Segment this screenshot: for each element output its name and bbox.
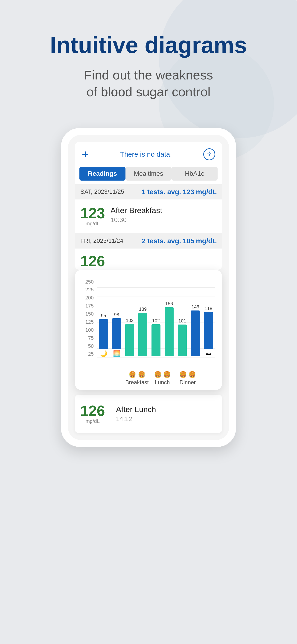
bar-group-4: 102 [152,318,160,357]
y-label-25: 25 [82,351,96,357]
phone-screen: + There is no data. Readings [68,135,229,440]
bar-value-label-2: 103 [126,318,134,323]
add-button[interactable]: + [82,148,89,160]
phone-outer: + There is no data. Readings [61,128,236,447]
bottom-reading[interactable]: 126 mg/dL After Lunch 14:12 [75,395,222,433]
partial-reading: 126 [75,248,222,270]
reading-value-1: 123 [80,206,105,221]
bar-group-1: 98🌅 [112,312,121,357]
bar-value-label-6: 101 [178,318,186,324]
x-label-night [99,371,112,386]
y-label-250: 250 [82,279,96,285]
reading-info-time-1: 10:30 [110,216,162,224]
bar-0 [99,319,108,349]
x-label-breakfast: 🍔 🍔 Breakfast [124,371,150,386]
x-labels: 🍔 🍔 Breakfast 🍔 🍔 Lunch [97,371,215,386]
bar-5 [164,307,174,356]
bar-group-7: 146 [191,304,200,357]
bar-group-2: 103 [125,318,134,357]
y-label-175: 175 [82,303,96,309]
lunch-label: Lunch [155,379,170,386]
bar-value-label-3: 139 [139,306,147,312]
breakfast-label: Breakfast [125,379,148,386]
partial-value: 126 [80,253,105,270]
accessibility-icon[interactable] [203,148,215,160]
bar-group-3: 139 [138,306,147,357]
bar-value-label-8: 118 [205,306,212,311]
tabs-container: Readings Mealtimes HbA1c [75,167,222,184]
reading-info-1: After Breakfast 10:30 [110,206,162,224]
bottom-reading-value: 126 [80,404,105,418]
y-label-50: 50 [82,343,96,349]
bottom-reading-time: 14:12 [116,415,156,423]
top-bar: + There is no data. [75,142,222,167]
bottom-reading-label: After Lunch [116,405,156,414]
y-label-225: 225 [82,287,96,293]
svg-point-0 [209,152,210,153]
bar-icon-1: 🌅 [113,350,120,357]
dinner-label: Dinner [180,379,196,386]
date-label-1: SAT, 2023/11/25 [80,188,124,195]
bar-1 [112,318,121,349]
chart-area: 250 225 200 175 150 125 100 75 50 25 [82,279,215,366]
phone-mockup: + There is no data. Readings [0,128,297,447]
bar-group-0: 95🌙 [99,313,108,357]
reading-value-box-1: 123 mg/dL [80,206,105,227]
y-label-125: 125 [82,319,96,325]
date-label-2: FRI, 2023/11/24 [80,237,123,244]
x-label-bed [200,371,213,386]
reading-entry-1[interactable]: 123 mg/dL After Breakfast 10:30 [75,200,222,233]
bar-value-label-1: 98 [114,312,119,318]
bar-value-label-7: 146 [192,304,199,310]
app-content: + There is no data. Readings [75,142,222,270]
tab-readings[interactable]: Readings [80,167,126,180]
bar-icon-8: 🛏 [206,350,212,357]
tab-mealtimes[interactable]: Mealtimes [126,167,172,180]
no-data-text: There is no data. [120,150,172,158]
y-label-75: 75 [82,335,96,341]
bar-3 [138,313,147,356]
reading-info-title-1: After Breakfast [110,206,162,215]
y-label-200: 200 [82,295,96,301]
bar-value-label-5: 156 [165,301,173,306]
date-row-2: FRI, 2023/11/24 2 tests. avg. 105 mg/dL [75,233,222,248]
y-axis: 250 225 200 175 150 125 100 75 50 25 [82,279,96,357]
bar-value-label-4: 102 [152,318,160,324]
date-row-1: SAT, 2023/11/25 1 tests. avg. 123 mg/dL [75,184,222,200]
date-stat-2: 2 tests. avg. 105 mg/dL [142,237,217,245]
bar-2 [125,324,134,356]
hero-subtitle: Find out the weakness of blood sugar con… [18,67,278,100]
x-label-dinner: 🍔 🍔 Dinner [175,371,200,386]
bar-group-8: 118🛏 [204,306,213,357]
bars-container: 95🌙98🌅103139102156101146118🛏 [97,279,215,357]
bar-8 [204,312,213,349]
date-stat-1: 1 tests. avg. 123 mg/dL [142,188,217,196]
bar-group-6: 101 [178,318,187,357]
bar-7 [191,310,200,356]
bottom-reading-info: After Lunch 14:12 [116,404,156,423]
y-label-150: 150 [82,311,96,317]
hero-section: Intuitive diagrams Find out the weakness… [0,0,297,114]
tab-hba1c[interactable]: HbA1c [172,167,218,180]
x-label-morning [112,371,124,386]
hero-title: Intuitive diagrams [18,32,278,58]
bar-group-5: 156 [164,301,174,357]
x-label-lunch: 🍔 🍔 Lunch [150,371,175,386]
bottom-reading-value-box: 126 mg/dL [80,404,105,424]
bar-4 [152,324,160,356]
chart-card: 250 225 200 175 150 125 100 75 50 25 [75,270,222,390]
bar-icon-0: 🌙 [100,350,107,357]
bar-6 [178,324,187,356]
bar-value-label-0: 95 [101,313,106,318]
y-label-100: 100 [82,327,96,333]
